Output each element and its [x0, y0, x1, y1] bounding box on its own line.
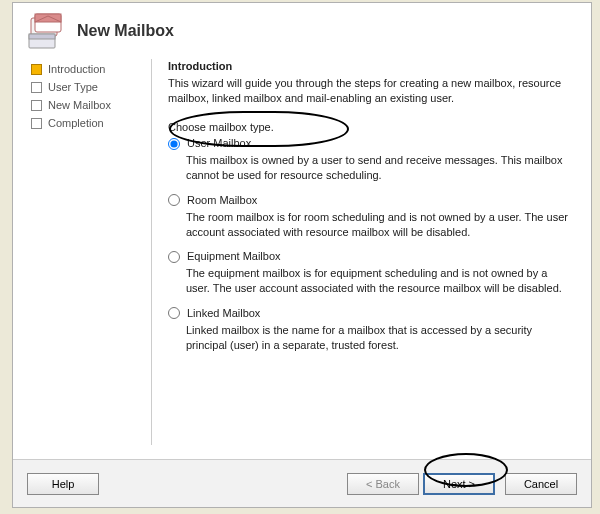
step-user-type: User Type	[31, 81, 151, 93]
back-button[interactable]: < Back	[347, 473, 419, 495]
wizard-steps: Introduction User Type New Mailbox Compl…	[31, 59, 151, 445]
option-desc: Linked mailbox is the name for a mailbox…	[168, 323, 573, 353]
content-heading: Introduction	[168, 59, 573, 74]
step-label: Completion	[48, 117, 104, 129]
dialog-header: New Mailbox	[13, 3, 591, 59]
vertical-divider	[151, 59, 152, 445]
step-marker-icon	[31, 100, 42, 111]
step-introduction: Introduction	[31, 63, 151, 75]
intro-text: This wizard will guide you through the s…	[168, 76, 573, 106]
dialog-title: New Mailbox	[77, 22, 174, 40]
mailbox-icon	[25, 12, 67, 50]
step-label: Introduction	[48, 63, 105, 75]
option-user-mailbox: User Mailbox This mailbox is owned by a …	[168, 136, 573, 183]
step-label: User Type	[48, 81, 98, 93]
dialog-body: Introduction User Type New Mailbox Compl…	[13, 59, 591, 445]
dialog-footer: Help < Back Next > Cancel	[13, 459, 591, 507]
choose-type-label: Choose mailbox type.	[168, 120, 573, 135]
new-mailbox-dialog: New Mailbox Introduction User Type New M…	[12, 2, 592, 508]
step-completion: Completion	[31, 117, 151, 129]
wizard-content: Introduction This wizard will guide you …	[160, 59, 579, 445]
radio-input[interactable]	[168, 307, 180, 319]
radio-input[interactable]	[168, 251, 180, 263]
next-button[interactable]: Next >	[423, 473, 495, 495]
option-label: User Mailbox	[187, 136, 251, 151]
svg-rect-4	[29, 34, 55, 39]
option-equipment-mailbox: Equipment Mailbox The equipment mailbox …	[168, 249, 573, 296]
cancel-button[interactable]: Cancel	[505, 473, 577, 495]
radio-user-mailbox[interactable]: User Mailbox	[168, 136, 573, 151]
option-room-mailbox: Room Mailbox The room mailbox is for roo…	[168, 193, 573, 240]
step-label: New Mailbox	[48, 99, 111, 111]
option-label: Linked Mailbox	[187, 306, 260, 321]
step-marker-icon	[31, 64, 42, 75]
option-desc: The room mailbox is for room scheduling …	[168, 210, 573, 240]
radio-room-mailbox[interactable]: Room Mailbox	[168, 193, 573, 208]
radio-linked-mailbox[interactable]: Linked Mailbox	[168, 306, 573, 321]
option-desc: This mailbox is owned by a user to send …	[168, 153, 573, 183]
radio-equipment-mailbox[interactable]: Equipment Mailbox	[168, 249, 573, 264]
svg-rect-2	[35, 14, 61, 22]
option-label: Room Mailbox	[187, 193, 257, 208]
option-label: Equipment Mailbox	[187, 249, 281, 264]
option-desc: The equipment mailbox is for equipment s…	[168, 266, 573, 296]
step-marker-icon	[31, 82, 42, 93]
step-marker-icon	[31, 118, 42, 129]
option-linked-mailbox: Linked Mailbox Linked mailbox is the nam…	[168, 306, 573, 353]
help-button[interactable]: Help	[27, 473, 99, 495]
radio-input[interactable]	[168, 194, 180, 206]
radio-input[interactable]	[168, 138, 180, 150]
step-new-mailbox: New Mailbox	[31, 99, 151, 111]
